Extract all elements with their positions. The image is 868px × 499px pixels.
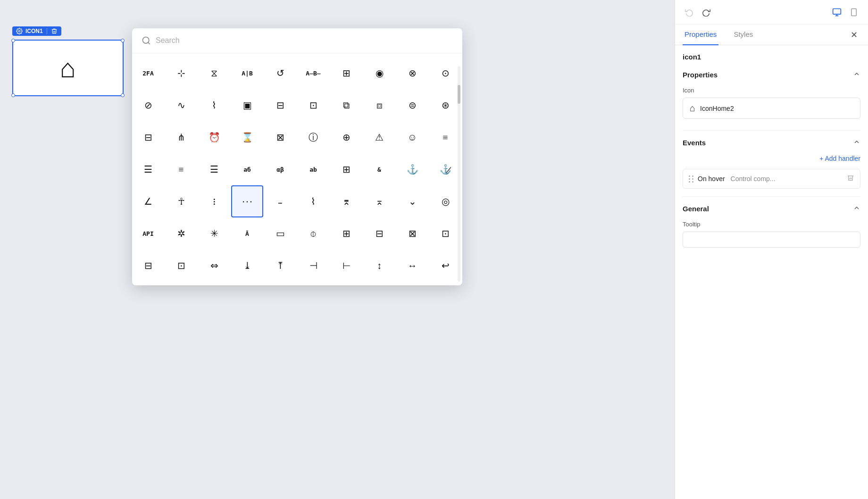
icon-cell-fans[interactable]: ✲ (165, 217, 197, 250)
tooltip-input[interactable] (683, 232, 860, 248)
icon-cell-text-ab2[interactable]: αβ (264, 153, 296, 185)
icon-cell-clock-alarm[interactable]: ⏰ (198, 121, 230, 153)
icon-cell-chart-off[interactable]: ⌄ (396, 185, 428, 217)
icon-cell-menu-right[interactable]: ☰ (198, 153, 230, 185)
divider-1 (683, 130, 860, 131)
icon-cell-apple[interactable]: ⌽ (297, 217, 329, 250)
general-section: General Tooltip (683, 204, 860, 248)
icon-cell-no-discount[interactable]: ⊘ (132, 89, 164, 121)
icon-cell-aperture[interactable]: ◎ (429, 185, 461, 217)
search-input[interactable] (156, 36, 453, 45)
icon-cell-ankh[interactable]: ☥ (165, 185, 197, 217)
icon-cell-chart-med[interactable]: ⌆ (330, 185, 362, 217)
handle-tl[interactable] (11, 39, 15, 42)
icon-cell-antenna-bars[interactable]: ⫶ (198, 185, 230, 217)
icon-cell-grid-add[interactable]: ⊞ (330, 217, 362, 250)
icon-cell-no-fans[interactable]: ✳ (198, 217, 230, 250)
icon-cell-no-settings[interactable]: ⊛ (429, 89, 461, 121)
properties-chevron[interactable] (853, 70, 860, 79)
icon-cell-alert-circle[interactable]: ⓘ (297, 121, 329, 153)
icon-cell-tv-retro[interactable]: ⊟ (132, 121, 164, 153)
icon-cell-broadcast[interactable]: ◉ (363, 57, 395, 89)
add-handler-button[interactable]: + Add handler (683, 155, 860, 162)
mobile-icon[interactable] (847, 6, 860, 19)
svg-point-0 (18, 30, 20, 32)
icon-cell-arrow-rect-right[interactable]: ⊢ (330, 250, 362, 282)
icon-cell-archive[interactable]: ⊠ (396, 217, 428, 250)
icon-cell-grid-remove[interactable]: ⊟ (363, 217, 395, 250)
handle-br[interactable] (121, 93, 125, 97)
general-chevron[interactable] (853, 204, 860, 213)
icon-cell-ellipsis[interactable]: … (264, 185, 296, 217)
icon-cell-no-broadcast[interactable]: ⊗ (396, 57, 428, 89)
icon-cell-anchor-off[interactable]: ⚓̷ (429, 153, 461, 185)
icon-cell-multi-sliders[interactable]: ⧈ (363, 89, 395, 121)
icon-cell-api-off[interactable]: Ā (231, 217, 263, 250)
icon-cell-armchair2[interactable]: ⊡ (165, 250, 197, 282)
icon-cell-bracket-table[interactable]: ⊟ (264, 89, 296, 121)
icon-cell-target-dot[interactable]: ⊹ (165, 57, 197, 89)
icon-cell-alert-circle2[interactable]: ⊕ (330, 121, 362, 153)
icon-cell-camera-focus[interactable]: ⊡ (297, 89, 329, 121)
icon-cell-pulse[interactable]: ∿ (165, 89, 197, 121)
icon-cell-ampersand[interactable]: & (363, 153, 395, 185)
icon-cell-alert-triangle[interactable]: ⚠ (363, 121, 395, 153)
icon-cell-cycle-b[interactable]: ↺ (264, 57, 296, 89)
icon-cell-cube-arrow[interactable]: ⧖ (198, 57, 230, 89)
tab-properties[interactable]: Properties (683, 25, 718, 45)
icon-cell-ab-cross[interactable]: A̶B̶ (297, 57, 329, 89)
svg-point-1 (143, 37, 149, 43)
icon-cell-arrows-h[interactable]: ⇔ (198, 250, 230, 282)
icon-cell-filter-settings[interactable]: ⊜ (396, 89, 428, 121)
scroll-thumb[interactable] (458, 85, 460, 104)
icon-cell-text-ab[interactable]: аб (231, 153, 263, 185)
redo-button[interactable] (700, 6, 713, 19)
icon-cell-alarm-off[interactable]: ⌛ (231, 121, 263, 153)
icon-cell-person-circle[interactable]: ⊙ (429, 57, 461, 89)
icon-grid: 2FA⊹⧖A|B↺A̶B̶⊞◉⊗⊙⊘∿⌇▣⊟⊡⧉⧈⊜⊛⊟⋔⏰⌛⊠ⓘ⊕⚠☺≡☰≡☰… (132, 53, 462, 285)
label-separator (47, 28, 47, 34)
drag-handle[interactable] (689, 175, 694, 183)
panel-close-button[interactable]: ✕ (847, 28, 860, 42)
icon-cell-ad-box[interactable]: ▣ (231, 89, 263, 121)
icon-cell-sliders-vert[interactable]: ⧉ (330, 89, 362, 121)
icon-cell-bus-stop[interactable]: ⊞ (330, 153, 362, 185)
icon-component[interactable]: ICON1 ⌂ (12, 40, 124, 96)
icon-cell-share-nodes[interactable]: ⋔ (165, 121, 197, 153)
desktop-icon[interactable] (830, 6, 843, 19)
handle-bl[interactable] (11, 93, 15, 97)
icon-cell-armchair[interactable]: ⊟ (132, 250, 164, 282)
icon-cell-2fa[interactable]: 2FA (132, 57, 164, 89)
icon-picker-popup: 2FA⊹⧖A|B↺A̶B̶⊞◉⊗⊙⊘∿⌇▣⊟⊡⧉⧈⊜⊛⊟⋔⏰⌛⊠ⓘ⊕⚠☺≡☰≡☰… (132, 28, 462, 285)
event-delete-button[interactable] (847, 174, 854, 183)
icon-cell-ab-swap[interactable]: A|B (231, 57, 263, 89)
icon-cell-arrow-back[interactable]: ↩ (429, 250, 461, 282)
icon-cell-bookmark-badge[interactable]: ⊠ (264, 121, 296, 153)
icon-cell-arrows-h2[interactable]: ↔ (396, 250, 428, 282)
icon-selector-button[interactable]: ⌂ IconHome2 (683, 98, 860, 119)
icon-cell-menu-center[interactable]: ≡ (165, 153, 197, 185)
icon-cell-arrow-down-rect[interactable]: ⤓ (231, 250, 263, 282)
icon-cell-chart-low[interactable]: ⌇ (297, 185, 329, 217)
trash-icon[interactable] (51, 28, 58, 34)
icon-cell-heartbeat[interactable]: ⌇ (198, 89, 230, 121)
icon-cell-text-ab3[interactable]: ab (297, 153, 329, 185)
icon-cell-arrow-rect-left[interactable]: ⊣ (297, 250, 329, 282)
icon-cell-arrow-up-rect[interactable]: ⤒ (264, 250, 296, 282)
icon-cell-api-text[interactable]: API (132, 217, 164, 250)
events-chevron[interactable] (853, 138, 860, 147)
icon-cell-angle-ruler[interactable]: ∠ (132, 185, 164, 217)
icon-cell-arrows-v[interactable]: ↕ (363, 250, 395, 282)
icon-cell-emoji-hmm[interactable]: ☺ (396, 121, 428, 153)
icon-cell-menu-lines[interactable]: ≡ (429, 121, 461, 153)
icon-cell-anchor[interactable]: ⚓ (396, 153, 428, 185)
tab-styles[interactable]: Styles (732, 25, 755, 45)
undo-button[interactable] (683, 6, 696, 19)
icon-cell-rectangle[interactable]: ▭ (264, 217, 296, 250)
icon-cell-archive-off[interactable]: ⊡ (429, 217, 461, 250)
icon-cell-menu-left[interactable]: ☰ (132, 153, 164, 185)
icon-cell-abacus[interactable]: ⊞ (330, 57, 362, 89)
icon-cell-chart-high[interactable]: ⌅ (363, 185, 395, 217)
icon-cell-ellipsis-box[interactable]: ··· (231, 185, 263, 217)
handle-tr[interactable] (121, 39, 125, 42)
